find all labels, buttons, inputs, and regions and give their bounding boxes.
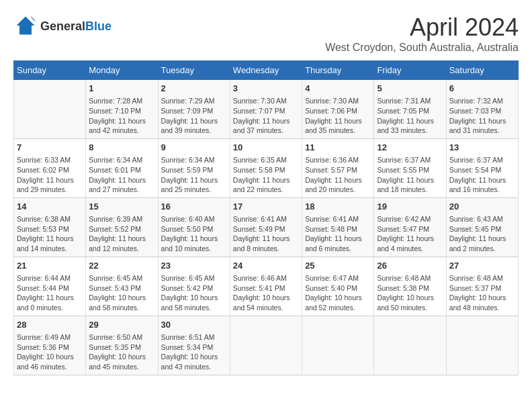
calendar-week-row: 21Sunrise: 6:44 AM Sunset: 5:44 PM Dayli…: [14, 257, 519, 316]
day-info: Sunrise: 6:37 AM Sunset: 5:55 PM Dayligh…: [377, 155, 443, 195]
day-number: 27: [449, 260, 515, 272]
day-info: Sunrise: 6:34 AM Sunset: 5:59 PM Dayligh…: [161, 155, 227, 195]
day-number: 3: [233, 83, 299, 95]
day-number: 20: [449, 201, 515, 213]
calendar-cell: 19Sunrise: 6:42 AM Sunset: 5:47 PM Dayli…: [374, 197, 446, 257]
day-number: 26: [377, 260, 443, 272]
day-info: Sunrise: 6:45 AM Sunset: 5:42 PM Dayligh…: [161, 273, 227, 313]
calendar-cell: [302, 316, 374, 375]
header-tuesday: Tuesday: [158, 61, 230, 80]
calendar-cell: 20Sunrise: 6:43 AM Sunset: 5:45 PM Dayli…: [446, 197, 518, 257]
day-info: Sunrise: 6:38 AM Sunset: 5:53 PM Dayligh…: [17, 214, 83, 254]
calendar-cell: 13Sunrise: 6:37 AM Sunset: 5:54 PM Dayli…: [446, 138, 518, 197]
day-number: 16: [161, 201, 227, 213]
day-info: Sunrise: 6:43 AM Sunset: 5:45 PM Dayligh…: [449, 214, 515, 254]
day-number: 30: [161, 319, 227, 331]
calendar-cell: [374, 316, 446, 375]
calendar-week-row: 1Sunrise: 7:28 AM Sunset: 7:10 PM Daylig…: [14, 80, 519, 139]
day-info: Sunrise: 6:40 AM Sunset: 5:50 PM Dayligh…: [161, 214, 227, 254]
day-number: 13: [449, 142, 515, 154]
calendar-cell: 23Sunrise: 6:45 AM Sunset: 5:42 PM Dayli…: [158, 257, 230, 316]
calendar-cell: 1Sunrise: 7:28 AM Sunset: 7:10 PM Daylig…: [86, 80, 158, 139]
day-info: Sunrise: 6:39 AM Sunset: 5:52 PM Dayligh…: [89, 214, 154, 254]
calendar-week-row: 7Sunrise: 6:33 AM Sunset: 6:02 PM Daylig…: [14, 138, 519, 197]
title-block: April 2024 West Croydon, South Australia…: [325, 13, 519, 54]
day-info: Sunrise: 6:33 AM Sunset: 6:02 PM Dayligh…: [17, 155, 83, 195]
header-saturday: Saturday: [446, 61, 518, 80]
day-number: 28: [17, 319, 83, 331]
day-number: 7: [17, 142, 83, 154]
day-info: Sunrise: 7:30 AM Sunset: 7:06 PM Dayligh…: [305, 96, 371, 136]
day-number: 25: [305, 260, 371, 272]
calendar-cell: 29Sunrise: 6:50 AM Sunset: 5:35 PM Dayli…: [86, 316, 158, 375]
day-info: Sunrise: 6:48 AM Sunset: 5:38 PM Dayligh…: [377, 273, 443, 313]
day-info: Sunrise: 6:35 AM Sunset: 5:58 PM Dayligh…: [233, 155, 299, 195]
day-number: 2: [161, 83, 227, 95]
calendar-cell: 21Sunrise: 6:44 AM Sunset: 5:44 PM Dayli…: [14, 257, 86, 316]
calendar-cell: 22Sunrise: 6:45 AM Sunset: 5:43 PM Dayli…: [86, 257, 158, 316]
day-number: 10: [233, 142, 299, 154]
calendar-cell: 15Sunrise: 6:39 AM Sunset: 5:52 PM Dayli…: [86, 197, 158, 257]
logo: GeneralBlue: [13, 13, 112, 40]
calendar-cell: 17Sunrise: 6:41 AM Sunset: 5:49 PM Dayli…: [230, 197, 302, 257]
day-info: Sunrise: 6:34 AM Sunset: 6:01 PM Dayligh…: [89, 155, 154, 195]
day-number: 18: [305, 201, 371, 213]
day-info: Sunrise: 6:36 AM Sunset: 5:57 PM Dayligh…: [305, 155, 371, 195]
day-number: 21: [17, 260, 83, 272]
day-number: 9: [161, 142, 227, 154]
day-number: 15: [89, 201, 154, 213]
day-info: Sunrise: 7:29 AM Sunset: 7:09 PM Dayligh…: [161, 96, 227, 136]
calendar-cell: 18Sunrise: 6:41 AM Sunset: 5:48 PM Dayli…: [302, 197, 374, 257]
day-number: 22: [89, 260, 154, 272]
day-number: 24: [233, 260, 299, 272]
calendar-cell: 8Sunrise: 6:34 AM Sunset: 6:01 PM Daylig…: [86, 138, 158, 197]
calendar-table: SundayMondayTuesdayWednesdayThursdayFrid…: [13, 60, 519, 375]
day-info: Sunrise: 6:45 AM Sunset: 5:43 PM Dayligh…: [89, 273, 154, 313]
calendar-cell: 24Sunrise: 6:46 AM Sunset: 5:41 PM Dayli…: [230, 257, 302, 316]
logo-text: GeneralBlue: [40, 20, 112, 34]
calendar-cell: 14Sunrise: 6:38 AM Sunset: 5:53 PM Dayli…: [14, 197, 86, 257]
svg-marker-0: [17, 17, 35, 35]
day-number: 14: [17, 201, 83, 213]
day-number: 6: [449, 83, 515, 95]
day-info: Sunrise: 7:30 AM Sunset: 7:07 PM Dayligh…: [233, 96, 299, 136]
page-header: GeneralBlue April 2024 West Croydon, Sou…: [13, 13, 519, 54]
day-info: Sunrise: 6:42 AM Sunset: 5:47 PM Dayligh…: [377, 214, 443, 254]
day-number: 11: [305, 142, 371, 154]
calendar-cell: [446, 316, 518, 375]
day-info: Sunrise: 6:41 AM Sunset: 5:48 PM Dayligh…: [305, 214, 371, 254]
calendar-cell: 9Sunrise: 6:34 AM Sunset: 5:59 PM Daylig…: [158, 138, 230, 197]
calendar-cell: 3Sunrise: 7:30 AM Sunset: 7:07 PM Daylig…: [230, 80, 302, 139]
day-number: 8: [89, 142, 154, 154]
header-monday: Monday: [86, 61, 158, 80]
calendar-cell: [230, 316, 302, 375]
day-info: Sunrise: 6:37 AM Sunset: 5:54 PM Dayligh…: [449, 155, 515, 195]
day-number: 19: [377, 201, 443, 213]
calendar-cell: [14, 80, 86, 139]
calendar-header-row: SundayMondayTuesdayWednesdayThursdayFrid…: [14, 61, 519, 80]
calendar-cell: 2Sunrise: 7:29 AM Sunset: 7:09 PM Daylig…: [158, 80, 230, 139]
day-info: Sunrise: 6:51 AM Sunset: 5:34 PM Dayligh…: [161, 332, 227, 372]
calendar-week-row: 28Sunrise: 6:49 AM Sunset: 5:36 PM Dayli…: [14, 316, 519, 375]
day-info: Sunrise: 6:46 AM Sunset: 5:41 PM Dayligh…: [233, 273, 299, 313]
calendar-cell: 25Sunrise: 6:47 AM Sunset: 5:40 PM Dayli…: [302, 257, 374, 316]
day-info: Sunrise: 6:50 AM Sunset: 5:35 PM Dayligh…: [89, 332, 154, 372]
day-info: Sunrise: 7:28 AM Sunset: 7:10 PM Dayligh…: [89, 96, 154, 136]
header-friday: Friday: [374, 61, 446, 80]
day-info: Sunrise: 6:41 AM Sunset: 5:49 PM Dayligh…: [233, 214, 299, 254]
day-number: 4: [305, 83, 371, 95]
day-info: Sunrise: 6:44 AM Sunset: 5:44 PM Dayligh…: [17, 273, 83, 313]
day-number: 1: [89, 83, 154, 95]
calendar-cell: 16Sunrise: 6:40 AM Sunset: 5:50 PM Dayli…: [158, 197, 230, 257]
day-number: 12: [377, 142, 443, 154]
calendar-cell: 6Sunrise: 7:32 AM Sunset: 7:03 PM Daylig…: [446, 80, 518, 139]
calendar-title: April 2024: [325, 13, 519, 42]
calendar-cell: 7Sunrise: 6:33 AM Sunset: 6:02 PM Daylig…: [14, 138, 86, 197]
day-info: Sunrise: 7:32 AM Sunset: 7:03 PM Dayligh…: [449, 96, 515, 136]
day-info: Sunrise: 7:31 AM Sunset: 7:05 PM Dayligh…: [377, 96, 443, 136]
header-sunday: Sunday: [14, 61, 86, 80]
day-number: 23: [161, 260, 227, 272]
day-number: 17: [233, 201, 299, 213]
day-number: 5: [377, 83, 443, 95]
svg-marker-1: [30, 16, 36, 22]
